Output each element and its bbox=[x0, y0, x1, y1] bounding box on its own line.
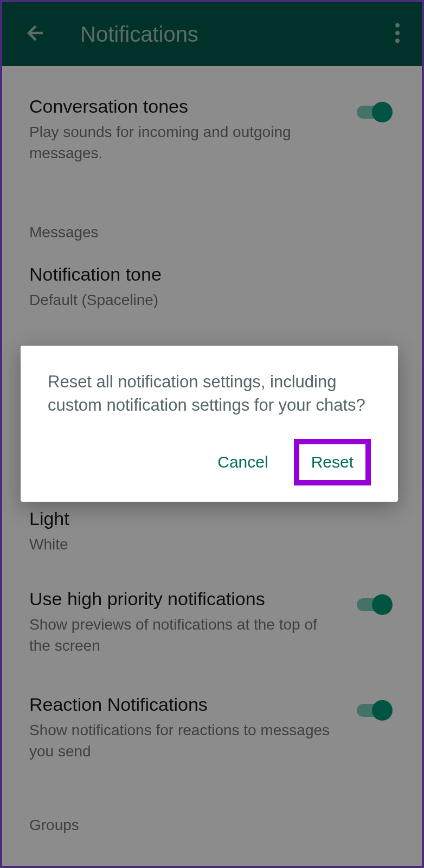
cancel-button[interactable]: Cancel bbox=[205, 444, 280, 480]
reset-highlight: Reset bbox=[294, 439, 371, 485]
dialog-actions: Cancel Reset bbox=[48, 439, 371, 485]
reset-button[interactable]: Reset bbox=[299, 444, 365, 480]
dialog-message: Reset all notification settings, includi… bbox=[48, 370, 371, 417]
reset-dialog: Reset all notification settings, includi… bbox=[21, 346, 398, 502]
